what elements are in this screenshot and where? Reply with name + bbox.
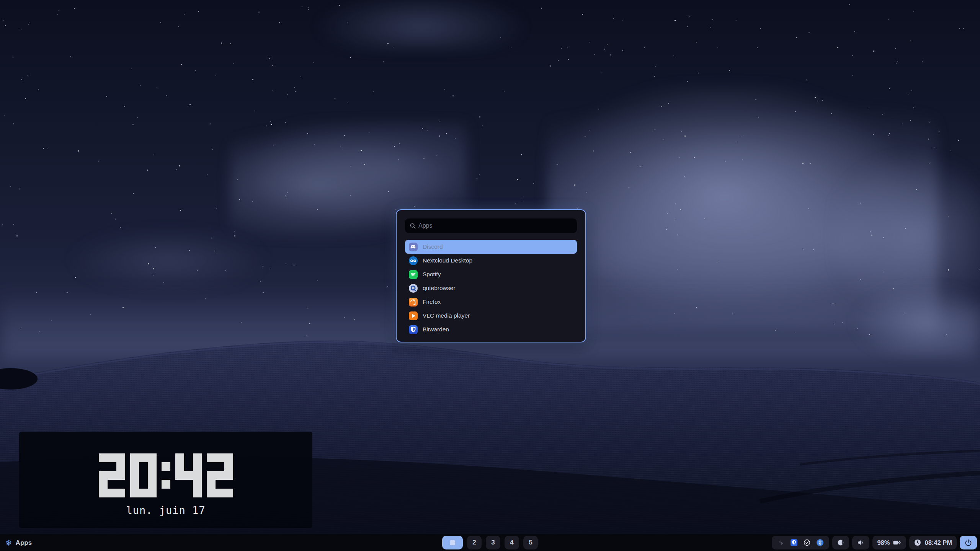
bitwarden-icon	[408, 325, 418, 334]
speaker-icon	[857, 539, 865, 546]
discord-icon	[408, 242, 418, 252]
app-list: DiscordNextcloud DesktopSpotifyqutebrows…	[405, 240, 577, 336]
nextcloud-icon	[408, 256, 418, 266]
clock-icon	[914, 539, 921, 546]
apps-menu-button[interactable]: ❄ Apps	[5, 539, 32, 547]
workspace-label: 3	[491, 539, 495, 546]
status-modules: 98% 08:42 PM	[772, 536, 977, 549]
active-workspace-indicator	[450, 540, 455, 545]
workspace-label: 2	[472, 539, 476, 546]
vlc-icon	[408, 311, 418, 321]
taskbar-clock[interactable]: 08:42 PM	[909, 536, 957, 549]
app-label: Firefox	[423, 298, 441, 305]
power-button[interactable]	[960, 536, 977, 549]
clock-widget-date: lun. juin 17	[19, 504, 312, 516]
workspace-5[interactable]: 5	[523, 536, 538, 549]
workspace-2[interactable]: 2	[467, 536, 482, 549]
moon-icon	[837, 539, 844, 546]
app-label: qutebrowser	[423, 285, 455, 292]
app-row-bitwarden[interactable]: Bitwarden	[405, 323, 577, 336]
search-icon	[410, 223, 416, 229]
check-circle-icon[interactable]	[803, 539, 811, 546]
search-placeholder: Apps	[418, 222, 432, 229]
volume-control[interactable]	[852, 536, 869, 549]
app-row-spotify[interactable]: Spotify	[405, 267, 577, 281]
app-row-nextcloud[interactable]: Nextcloud Desktop	[405, 254, 577, 267]
app-launcher: Apps DiscordNextcloud DesktopSpotifyqute…	[396, 209, 586, 342]
firefox-icon	[408, 297, 418, 307]
app-label: Spotify	[423, 271, 441, 278]
app-label: Bitwarden	[423, 326, 449, 333]
workspace-1[interactable]	[442, 536, 463, 549]
app-label: VLC media player	[423, 312, 470, 319]
app-row-discord[interactable]: Discord	[405, 240, 577, 254]
digital-clock-time	[19, 453, 312, 497]
apps-menu-label: Apps	[16, 539, 32, 546]
app-label: Discord	[423, 243, 443, 250]
workspace-switcher: 2345	[442, 536, 538, 549]
bluetooth-icon[interactable]	[816, 539, 824, 546]
night-light-toggle[interactable]	[832, 536, 849, 549]
app-row-firefox[interactable]: Firefox	[405, 295, 577, 309]
app-row-qutebrowser[interactable]: qutebrowser	[405, 281, 577, 295]
qutebrowser-icon	[408, 284, 418, 293]
workspace-3[interactable]: 3	[486, 536, 500, 549]
taskbar-time: 08:42 PM	[924, 539, 952, 546]
app-row-vlc[interactable]: VLC media player	[405, 309, 577, 323]
workspace-4[interactable]: 4	[505, 536, 519, 549]
workspace-label: 4	[510, 539, 513, 546]
search-input[interactable]: Apps	[405, 218, 577, 233]
power-icon	[964, 539, 972, 547]
workspace-label: 5	[529, 539, 532, 546]
desktop: lun. juin 17 Apps DiscordNextcloud Deskt…	[0, 0, 980, 551]
battery-percent: 98%	[877, 539, 890, 546]
system-tray	[772, 536, 829, 549]
snowflake-icon: ❄	[5, 539, 12, 547]
app-label: Nextcloud Desktop	[423, 257, 472, 264]
battery-charging-icon	[893, 539, 902, 546]
spotify-icon	[408, 270, 418, 279]
taskbar: ❄ Apps 2345	[0, 534, 980, 551]
bitwarden-shield-icon[interactable]	[790, 539, 798, 546]
clock-widget: lun. juin 17	[19, 432, 312, 528]
battery-indicator[interactable]: 98%	[872, 536, 906, 549]
sync-arrows-icon[interactable]	[777, 539, 785, 546]
